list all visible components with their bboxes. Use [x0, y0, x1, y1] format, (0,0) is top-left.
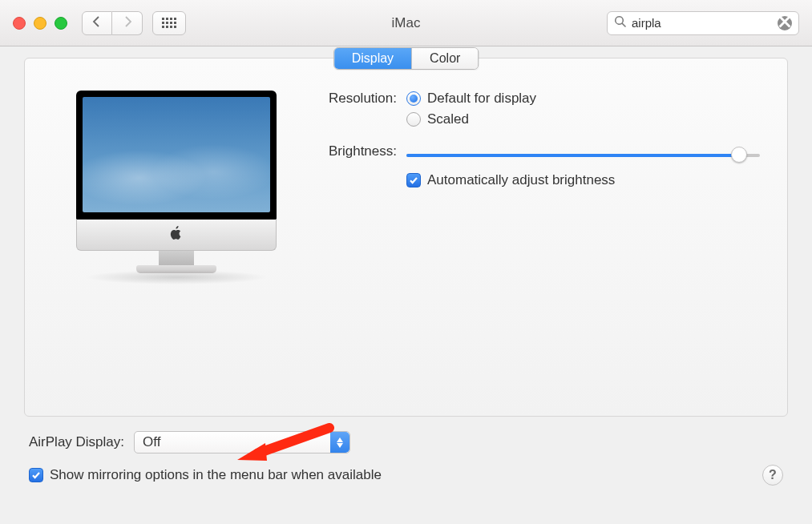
brightness-label: Brightness: — [301, 143, 397, 188]
search-query: airpla — [632, 16, 778, 30]
clear-search-button[interactable] — [778, 16, 792, 30]
tab-display[interactable]: Display — [334, 48, 412, 69]
help-icon: ? — [769, 468, 777, 482]
chevron-left-icon — [92, 16, 102, 30]
airplay-label: AirPlay Display: — [29, 434, 124, 450]
imac-illustration — [76, 91, 277, 284]
back-button[interactable] — [82, 11, 112, 35]
slider-thumb[interactable] — [731, 147, 747, 163]
search-icon — [614, 15, 627, 31]
tab-bar: Display Color — [333, 47, 479, 70]
footer: AirPlay Display: Off Show mi — [24, 417, 788, 486]
close-window-button[interactable] — [13, 17, 26, 30]
resolution-default-option[interactable]: Default for display — [406, 91, 760, 107]
svg-line-0 — [257, 428, 329, 453]
window-title: iMac — [392, 15, 421, 31]
auto-brightness-label: Automatically adjust brightness — [427, 172, 615, 188]
svg-marker-1 — [237, 443, 267, 461]
resolution-scaled-option[interactable]: Scaled — [406, 111, 760, 127]
resolution-label: Resolution: — [301, 91, 397, 132]
tab-color[interactable]: Color — [412, 48, 478, 69]
x-icon — [778, 15, 791, 30]
zoom-window-button[interactable] — [55, 17, 67, 30]
window-controls — [13, 17, 67, 30]
checkbox-icon — [29, 468, 43, 482]
show-all-button[interactable] — [152, 11, 186, 35]
checkbox-icon — [406, 173, 421, 187]
nav-buttons — [82, 11, 143, 35]
show-mirroring-option[interactable]: Show mirroring options in the menu bar w… — [29, 467, 382, 483]
display-panel: Display Color Res — [24, 58, 788, 417]
show-mirroring-label: Show mirroring options in the menu bar w… — [50, 467, 382, 483]
resolution-default-label: Default for display — [427, 91, 536, 107]
grid-icon — [162, 18, 176, 28]
airplay-display-value: Off — [143, 434, 160, 450]
radio-icon — [406, 91, 421, 106]
help-button[interactable]: ? — [762, 465, 783, 486]
imac-wallpaper — [83, 97, 270, 212]
slider-fill — [406, 154, 739, 157]
resolution-scaled-label: Scaled — [427, 111, 469, 127]
minimize-window-button[interactable] — [34, 17, 46, 30]
apple-logo-icon — [169, 226, 184, 244]
brightness-slider[interactable] — [406, 147, 760, 163]
annotation-arrow-icon — [233, 423, 337, 467]
auto-brightness-option[interactable]: Automatically adjust brightness — [406, 172, 760, 188]
forward-button[interactable] — [112, 11, 143, 35]
search-field[interactable]: airpla — [607, 11, 799, 35]
content-area: Display Color Res — [0, 46, 812, 497]
window-toolbar: iMac airpla — [0, 0, 812, 46]
radio-icon — [406, 112, 421, 127]
chevron-right-icon — [123, 16, 132, 30]
